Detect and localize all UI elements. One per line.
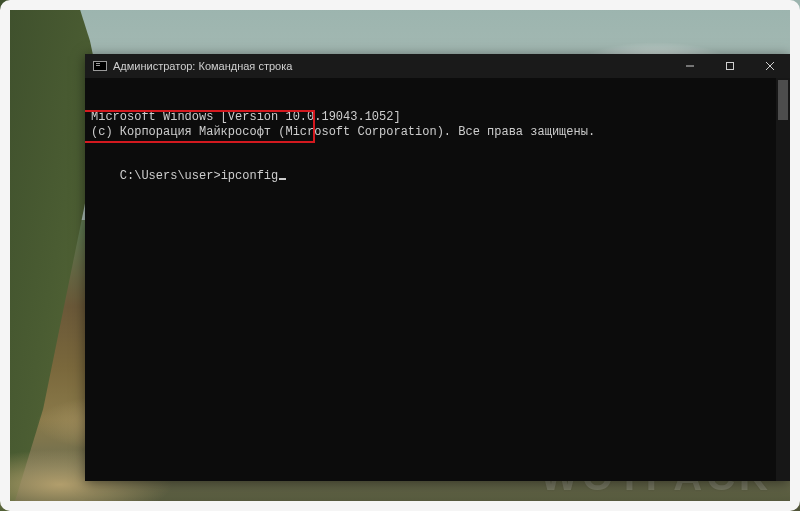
scrollbar[interactable] <box>776 78 790 481</box>
prompt-line: C:\Users\user>ipconfig <box>120 169 286 184</box>
typed-command: ipconfig <box>221 169 279 183</box>
scrollbar-thumb[interactable] <box>778 80 788 120</box>
titlebar[interactable]: Администратор: Командная строка <box>85 54 790 78</box>
cmd-icon <box>93 61 107 71</box>
terminal-output[interactable]: Microsoft Windows [Version 10.0.19043.10… <box>85 78 790 481</box>
minimize-button[interactable] <box>670 54 710 78</box>
maximize-button[interactable] <box>710 54 750 78</box>
cursor-icon <box>279 178 286 180</box>
close-button[interactable] <box>750 54 790 78</box>
svg-rect-1 <box>727 63 734 70</box>
version-line: Microsoft Windows [Version 10.0.19043.10… <box>91 110 784 125</box>
prompt-path: C:\Users\user> <box>120 169 221 183</box>
copyright-line: (c) Корпорация Майкрософт (Microsoft Cor… <box>91 125 784 140</box>
window-title: Администратор: Командная строка <box>113 60 292 72</box>
command-prompt-window[interactable]: Администратор: Командная строка Microsof… <box>85 54 790 481</box>
